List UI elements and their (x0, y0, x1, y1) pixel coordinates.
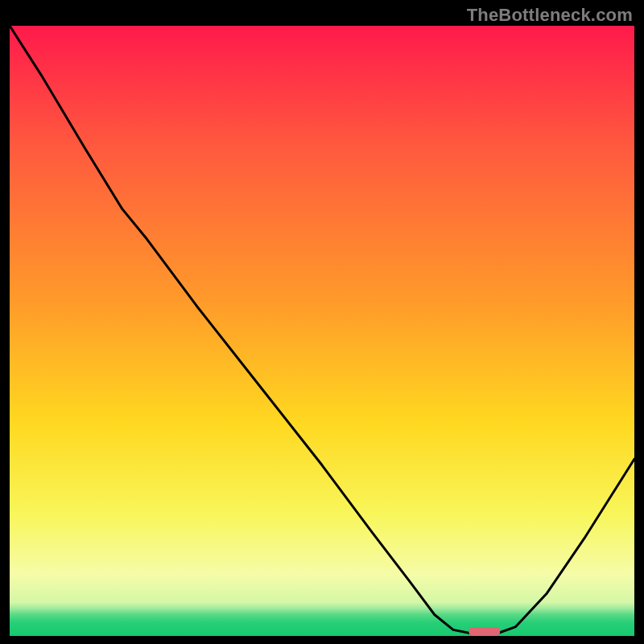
bottleneck-chart (10, 26, 634, 636)
chart-background (10, 26, 634, 636)
watermark-label: TheBottleneck.com (467, 5, 633, 26)
chart-frame (10, 26, 634, 636)
sweet-spot-marker (469, 627, 500, 635)
